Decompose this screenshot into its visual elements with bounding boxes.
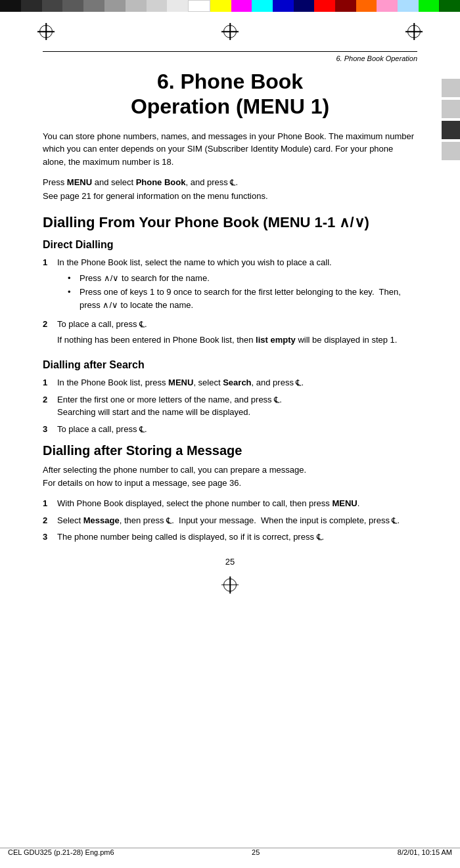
msg-step-2-content: Select Message, then press ℄. Input your… <box>57 514 417 527</box>
header-divider <box>43 51 417 52</box>
bullet-dot-2: • <box>68 286 76 311</box>
swatch-5 <box>83 0 104 12</box>
search-step-1-num: 1 <box>43 376 53 389</box>
section-header: 6. Phone Book Operation <box>43 54 417 62</box>
swatch-8 <box>147 0 168 12</box>
swatch-blue <box>273 0 294 12</box>
search-step-2-content: Enter the first one or more letters of t… <box>57 393 417 419</box>
bottom-meta-right: 8/2/01, 10:15 AM <box>398 848 452 856</box>
registration-marks-area <box>0 12 460 51</box>
search-step-3-content: To place a call, press ℄. <box>57 423 417 436</box>
bottom-reg-mark <box>0 573 460 594</box>
header-title: 6. Phone Book Operation <box>336 54 417 62</box>
tab-marker-4 <box>442 142 460 160</box>
section2-heading: Dialling after Storing a Message <box>43 443 417 458</box>
section1-heading: Dialling From Your Phone Book (MENU 1-1 … <box>43 214 417 231</box>
tab-marker-3 <box>442 121 460 139</box>
subsection-direct-dialling: Direct Dialling <box>43 239 417 251</box>
msg-step-2-num: 2 <box>43 514 53 527</box>
menu-instruction: Press MENU and select Phone Book, and pr… <box>43 176 417 204</box>
swatch-green <box>419 0 440 12</box>
tab-marker-1 <box>442 79 460 97</box>
reg-mark-center <box>223 25 237 38</box>
color-bar-top <box>0 0 460 12</box>
page-content: 6. Phone Book Operation 6. Phone BookOpe… <box>0 51 460 573</box>
bottom-meta-left: CEL GDU325 (p.21-28) Eng.pm6 <box>8 848 114 856</box>
section2-intro1: After selecting the phone number to call… <box>43 464 417 489</box>
bottom-meta-center: 25 <box>252 848 260 856</box>
swatch-3 <box>42 0 63 12</box>
bullet-2-text: Press one of keys 1 to 9 once to search … <box>80 286 417 311</box>
swatch-10 <box>188 0 210 12</box>
swatch-cyan <box>252 0 273 12</box>
search-step-3: 3 To place a call, press ℄. <box>43 423 417 436</box>
step-2-num: 2 <box>43 318 53 351</box>
search-step-1: 1 In the Phone Book list, press MENU, se… <box>43 376 417 389</box>
msg-step-3: 3 The phone number being called is displ… <box>43 531 417 544</box>
chapter-title: 6. Phone BookOperation (MENU 1) <box>43 69 417 119</box>
swatch-orange <box>356 0 377 12</box>
msg-step-1-content: With Phone Book displayed, select the ph… <box>57 497 417 510</box>
reg-mark-right <box>407 25 421 38</box>
step-2: 2 To place a call, press ℄. If nothing h… <box>43 318 417 351</box>
msg-step-1: 1 With Phone Book displayed, select the … <box>43 497 417 510</box>
reg-mark-left <box>39 25 53 38</box>
bullet-1-text: Press ∧/∨ to search for the name. <box>80 272 210 285</box>
swatch-red <box>314 0 335 12</box>
search-step-2-num: 2 <box>43 393 53 419</box>
msg-step-3-content: The phone number being called is display… <box>57 531 417 544</box>
bullet-2: • Press one of keys 1 to 9 once to searc… <box>68 286 417 311</box>
page-footer: 25 <box>43 557 417 573</box>
tab-marker-2 <box>442 100 460 118</box>
tab-markers <box>442 79 460 160</box>
page-number: 25 <box>225 557 235 567</box>
swatch-pink <box>377 0 398 12</box>
swatch-7 <box>126 0 147 12</box>
search-steps: 1 In the Phone Book list, press MENU, se… <box>43 376 417 435</box>
swatch-darkblue <box>294 0 315 12</box>
grayscale-swatches <box>0 0 210 12</box>
swatch-6 <box>104 0 126 12</box>
direct-dialling-steps: 1 In the Phone Book list, select the nam… <box>43 256 417 351</box>
swatch-magenta <box>231 0 252 12</box>
step-1-num: 1 <box>43 256 53 314</box>
bottom-metadata: CEL GDU325 (p.21-28) Eng.pm6 25 8/2/01, … <box>0 848 460 856</box>
search-step-1-content: In the Phone Book list, press MENU, sele… <box>57 376 417 389</box>
subsection-dialling-search: Dialling after Search <box>43 359 417 371</box>
msg-step-3-num: 3 <box>43 531 53 544</box>
swatch-lightblue <box>398 0 419 12</box>
color-swatches <box>210 0 460 12</box>
swatch-9 <box>167 0 188 12</box>
search-step-3-num: 3 <box>43 423 53 436</box>
step-1-bullets: • Press ∧/∨ to search for the name. • Pr… <box>68 272 417 312</box>
msg-step-1-num: 1 <box>43 497 53 510</box>
step-1-content: In the Phone Book list, select the name … <box>57 256 417 314</box>
swatch-1 <box>0 0 21 12</box>
swatch-2 <box>21 0 42 12</box>
bullet-dot-1: • <box>68 272 76 285</box>
step-2-content: To place a call, press ℄. If nothing has… <box>57 318 417 351</box>
swatch-4 <box>62 0 83 12</box>
step-2-note: If nothing has been entered in Phone Boo… <box>57 334 417 347</box>
search-step-2: 2 Enter the first one or more letters of… <box>43 393 417 419</box>
swatch-yellow <box>210 0 231 12</box>
message-steps: 1 With Phone Book displayed, select the … <box>43 497 417 544</box>
step-1: 1 In the Phone Book list, select the nam… <box>43 256 417 314</box>
bullet-1: • Press ∧/∨ to search for the name. <box>68 272 417 285</box>
swatch-darkred <box>335 0 356 12</box>
swatch-darkgreen <box>439 0 460 12</box>
intro-paragraph: You can store phone numbers, names, and … <box>43 130 417 169</box>
msg-step-2: 2 Select Message, then press ℄. Input yo… <box>43 514 417 527</box>
